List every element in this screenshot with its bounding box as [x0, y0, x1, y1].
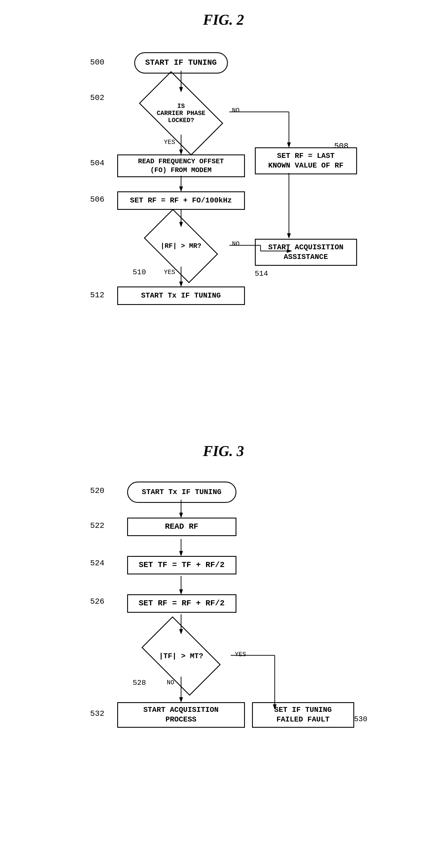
fig2-flowchart: 500 START IF TUNING 502 ISCARRIER PHASEL…	[68, 37, 380, 420]
ref-522: 522	[90, 521, 104, 530]
start-tx-if-tuning: START Tx IF TUNING	[127, 482, 236, 503]
box-set-rf-fo: SET RF = RF + FO/100kHz	[117, 191, 245, 210]
box-set-rf-rf2: SET RF = RF + RF/2	[127, 594, 236, 613]
box-start-acq-process: START ACQUISITIONPROCESS	[117, 702, 245, 728]
no-label-1: NO	[232, 107, 240, 114]
box-read-freq-offset: READ FREQUENCY OFFSET(FO) FROM MODEM	[117, 154, 245, 177]
ref-500: 500	[90, 58, 104, 67]
svg-marker-28	[179, 698, 183, 702]
ref-528: 528	[133, 679, 146, 687]
svg-marker-5	[179, 187, 183, 191]
separator	[0, 420, 447, 443]
ref-506: 506	[90, 195, 104, 204]
svg-marker-22	[179, 551, 183, 556]
fig2-arrows	[68, 37, 380, 420]
fig2-title: FIG. 2	[0, 11, 447, 28]
fig3-flowchart: 520 START Tx IF TUNING 522 READ RF 524 S…	[68, 468, 380, 865]
box-set-if-tuning-failed: SET IF TUNINGFAILED FAULT	[252, 702, 354, 728]
ref-512: 512	[90, 291, 104, 300]
start-if-tuning: START IF TUNING	[134, 52, 228, 73]
diamond-rf-mr: |RF| > MR?	[143, 209, 218, 283]
svg-marker-9	[179, 282, 183, 286]
svg-marker-3	[179, 150, 183, 154]
svg-marker-12	[287, 143, 291, 147]
svg-marker-24	[179, 589, 183, 594]
ref-510: 510	[133, 268, 146, 277]
no-label-3: NO	[167, 679, 174, 686]
diamond-carrier-phase: ISCARRIER PHASELOCKED?	[139, 71, 223, 156]
diamond-tf-mt: |TF| > MT?	[141, 616, 221, 696]
no-label-2: NO	[232, 241, 240, 248]
ref-504: 504	[90, 159, 104, 167]
fig3-title: FIG. 3	[0, 443, 447, 459]
ref-530: 530	[354, 715, 368, 723]
ref-532: 532	[90, 709, 104, 718]
box-read-rf: READ RF	[127, 518, 236, 536]
svg-marker-20	[179, 513, 183, 518]
ref-514: 514	[255, 270, 268, 278]
yes-label-1: YES	[164, 139, 175, 146]
box-set-rf-last: SET RF = LASTKNOWN VALUE OF RF	[255, 147, 357, 174]
ref-524: 524	[90, 559, 104, 567]
box-set-tf: SET TF = TF + RF/2	[127, 556, 236, 575]
svg-marker-14	[287, 234, 291, 238]
box-start-tx-if-tuning: START Tx IF TUNING	[117, 286, 245, 305]
yes-label-3: YES	[235, 651, 246, 658]
ref-502: 502	[90, 93, 104, 102]
yes-label-2: YES	[164, 269, 175, 276]
ref-526: 526	[90, 597, 104, 606]
ref-520: 520	[90, 486, 104, 495]
box-start-acq-assist: START ACQUISITIONASSISTANCE	[255, 239, 357, 266]
page: FIG. 2	[0, 0, 447, 868]
